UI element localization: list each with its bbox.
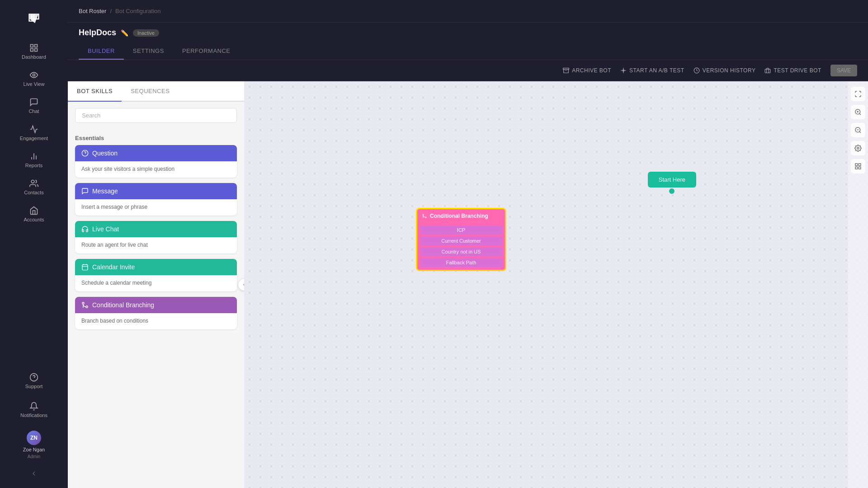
svg-rect-3 <box>35 49 38 52</box>
skill-card-header-calendar: Calendar Invite <box>75 259 237 275</box>
svg-rect-15 <box>765 69 771 73</box>
builder-area: Bot Skills Sequences Essentials Question… <box>68 81 868 488</box>
conditional-node-header: Conditional Branching <box>417 209 505 223</box>
skill-card-live-chat[interactable]: Live Chat Route an agent for live chat <box>75 221 237 253</box>
skill-card-conditional[interactable]: Conditional Branching Branch based on co… <box>75 297 237 329</box>
tab-sequences[interactable]: Sequences <box>122 81 179 101</box>
question-icon <box>81 150 89 157</box>
skills-list: Essentials Question Ask your site visito… <box>68 129 244 488</box>
right-tools <box>848 81 868 488</box>
sidebar-item-live-view[interactable]: Live View <box>0 65 68 92</box>
skill-card-calendar[interactable]: Calendar Invite Schedule a calendar meet… <box>75 259 237 291</box>
status-badge: Inactive <box>133 29 159 37</box>
skill-card-header-conditional: Conditional Branching <box>75 297 237 313</box>
svg-rect-36 <box>855 167 858 169</box>
start-node-dot <box>669 188 675 194</box>
sidebar-nav: Dashboard Live View Chat Engagement Repo… <box>0 38 68 367</box>
zoom-out-tool[interactable] <box>851 123 865 137</box>
skill-card-message[interactable]: Message Insert a message or phrase <box>75 183 237 216</box>
tab-builder[interactable]: Builder <box>79 43 124 60</box>
condition-country[interactable]: Country not in US <box>420 247 502 256</box>
conditional-node-icon <box>422 213 427 219</box>
sidebar-item-dashboard[interactable]: Dashboard <box>0 38 68 65</box>
zoom-in-tool[interactable] <box>851 105 865 119</box>
fullscreen-tool[interactable] <box>851 87 865 101</box>
page-header: HelpDocs ✏️ Inactive Builder Settings Pe… <box>68 23 868 60</box>
topbar: Bot Roster / Bot Configuration <box>68 0 868 23</box>
sidebar-item-engagement[interactable]: Engagement <box>0 119 68 146</box>
condition-current-customer[interactable]: Current Customer <box>420 236 502 245</box>
sidebar-item-contacts[interactable]: Contacts <box>0 174 68 201</box>
sidebar-item-chat[interactable]: Chat <box>0 92 68 119</box>
svg-line-31 <box>859 131 861 133</box>
skill-card-desc-live-chat: Route an agent for live chat <box>75 237 237 253</box>
start-here-node[interactable]: Start Here <box>648 172 696 188</box>
breadcrumb: Bot Roster / Bot Configuration <box>79 8 161 14</box>
sidebar-collapse-button[interactable] <box>0 466 68 481</box>
tab-bot-skills[interactable]: Bot Skills <box>68 81 122 102</box>
svg-point-25 <box>423 214 424 215</box>
grid-tool[interactable] <box>851 159 865 174</box>
app-logo <box>26 11 42 27</box>
sidebar-user[interactable]: ZN Zoe Ngan Admin <box>0 425 68 465</box>
conditional-node[interactable]: Conditional Branching ICP Current Custom… <box>416 208 506 271</box>
canvas-area[interactable]: Start Here Conditional Branching ICP Cur… <box>244 81 868 488</box>
condition-icp[interactable]: ICP <box>420 225 502 235</box>
tab-performance[interactable]: Performance <box>173 43 240 60</box>
skills-tabs: Bot Skills Sequences <box>68 81 244 102</box>
headphones-icon <box>81 225 89 233</box>
page-title: HelpDocs <box>79 28 116 38</box>
ab-test-button[interactable]: Start an A/B Test <box>620 67 684 74</box>
save-button[interactable]: Save <box>830 65 857 76</box>
skill-card-desc-calendar: Schedule a calendar meeting <box>75 275 237 291</box>
svg-point-33 <box>857 147 859 149</box>
settings-tool[interactable] <box>851 141 865 155</box>
svg-point-23 <box>82 302 84 304</box>
breadcrumb-separator: / <box>110 8 112 14</box>
skills-panel: Bot Skills Sequences Essentials Question… <box>68 81 244 488</box>
tab-settings[interactable]: Settings <box>124 43 173 60</box>
page-title-row: HelpDocs ✏️ Inactive <box>79 28 857 38</box>
skill-card-question[interactable]: Question Ask your site visitors a simple… <box>75 145 237 178</box>
breadcrumb-current: Bot Configuration <box>115 8 160 14</box>
sidebar-bottom: Support Notifications ZN Zoe Ngan Admin <box>0 367 68 481</box>
version-history-button[interactable]: Version History <box>693 67 756 74</box>
svg-rect-35 <box>859 164 861 166</box>
svg-line-27 <box>859 113 861 115</box>
sidebar-item-reports[interactable]: Reports <box>0 146 68 174</box>
skill-card-header-live-chat: Live Chat <box>75 221 237 237</box>
svg-rect-37 <box>859 167 861 169</box>
archive-bot-button[interactable]: Archive Bot <box>563 67 611 74</box>
user-name: Zoe Ngan <box>23 447 45 452</box>
edit-icon[interactable]: ✏️ <box>121 29 128 37</box>
calendar-icon <box>81 263 89 271</box>
section-title-essentials: Essentials <box>75 129 237 145</box>
svg-rect-34 <box>855 164 858 166</box>
skill-card-desc-question: Ask your site visitors a simple question <box>75 161 237 178</box>
svg-point-24 <box>425 217 426 218</box>
branch-icon <box>81 301 89 309</box>
sidebar-item-support[interactable]: Support <box>0 367 68 394</box>
breadcrumb-parent[interactable]: Bot Roster <box>79 8 106 14</box>
skill-card-header-question: Question <box>75 145 237 161</box>
main-content: Bot Roster / Bot Configuration HelpDocs … <box>68 0 868 488</box>
toolbar: Archive Bot Start an A/B Test Version Hi… <box>68 60 868 81</box>
user-role: Admin <box>28 454 40 459</box>
sidebar-item-notifications[interactable]: Notifications <box>0 396 68 423</box>
conditional-node-body: ICP Current Customer Country not in US F… <box>417 223 505 270</box>
sidebar-item-accounts[interactable]: Accounts <box>0 201 68 228</box>
svg-point-22 <box>86 306 88 308</box>
skill-card-desc-conditional: Branch based on conditions <box>75 313 237 329</box>
search-input[interactable] <box>75 108 237 123</box>
svg-point-8 <box>31 180 34 183</box>
condition-fallback[interactable]: Fallback Path <box>420 258 502 267</box>
svg-rect-0 <box>31 45 33 47</box>
skills-search <box>68 102 244 129</box>
test-drive-button[interactable]: Test Drive Bot <box>764 67 821 74</box>
svg-rect-18 <box>82 265 88 270</box>
skill-card-desc-message: Insert a message or phrase <box>75 199 237 216</box>
svg-rect-11 <box>563 68 569 70</box>
message-icon <box>81 188 89 195</box>
page-tabs: Builder Settings Performance <box>79 43 857 60</box>
svg-rect-1 <box>35 45 38 47</box>
